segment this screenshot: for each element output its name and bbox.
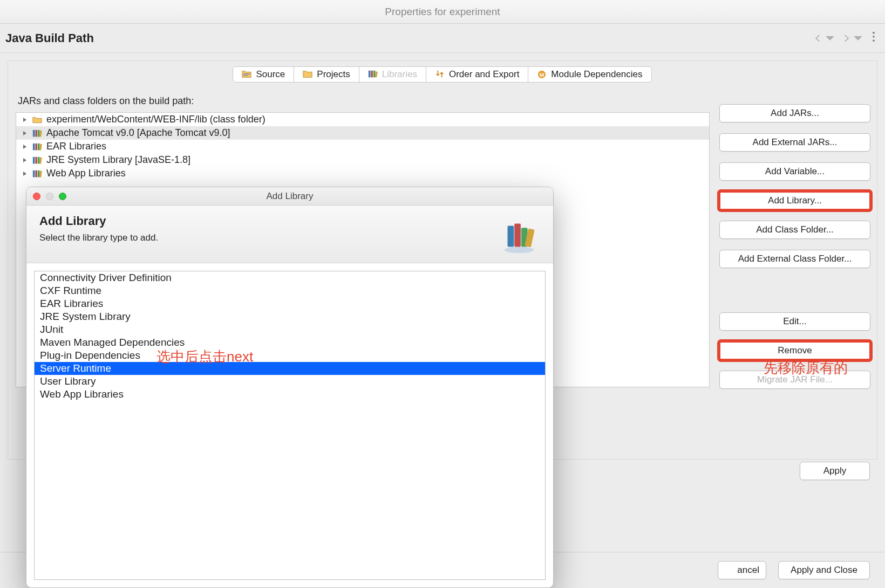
svg-point-2 xyxy=(873,40,875,42)
tab-source[interactable]: Source xyxy=(233,66,294,83)
edit-button[interactable]: Edit... xyxy=(719,312,870,331)
svg-rect-16 xyxy=(35,143,37,151)
side-buttons: Add JARs... Add External JARs... Add Var… xyxy=(719,104,870,389)
dialog-header: Add Library Select the library type to a… xyxy=(26,206,553,263)
svg-rect-28 xyxy=(508,225,514,247)
library-stack-icon xyxy=(32,142,42,151)
svg-point-27 xyxy=(505,247,534,253)
disclosure-triangle-icon[interactable] xyxy=(22,117,28,122)
tree-row-label: Web App Libraries xyxy=(46,168,126,179)
add-external-jars-button[interactable]: Add External JARs... xyxy=(719,133,870,152)
class-folder-icon xyxy=(32,115,42,124)
library-type-item[interactable]: CXF Runtime xyxy=(35,284,545,297)
dialog-subheading: Select the library type to add. xyxy=(39,233,158,243)
dialog-titlebar[interactable]: Add Library xyxy=(26,187,553,206)
add-jars-button[interactable]: Add JARs... xyxy=(719,104,870,122)
library-type-item[interactable]: JUnit xyxy=(35,323,545,336)
tab-projects[interactable]: Projects xyxy=(294,66,359,83)
module-deps-icon: M xyxy=(537,70,547,79)
libraries-icon xyxy=(368,70,378,79)
library-stack-icon xyxy=(32,129,42,138)
window-title: Properties for experiment xyxy=(0,0,885,24)
source-folder-icon xyxy=(242,70,251,79)
svg-rect-19 xyxy=(33,157,35,164)
svg-rect-23 xyxy=(33,170,35,177)
svg-point-1 xyxy=(873,36,875,38)
library-type-item[interactable]: Plug-in Dependencies xyxy=(35,349,545,362)
svg-text:M: M xyxy=(540,72,544,78)
tree-row[interactable]: JRE System Library [JavaSE-1.8] xyxy=(16,153,709,167)
svg-rect-20 xyxy=(35,157,37,164)
svg-point-0 xyxy=(873,32,875,34)
tab-libraries-label: Libraries xyxy=(382,69,417,80)
tree-row[interactable]: experiment/WebContent/WEB-INF/lib (class… xyxy=(16,113,709,126)
library-illustration-icon xyxy=(498,214,540,256)
add-library-button[interactable]: Add Library... xyxy=(719,192,870,210)
svg-rect-11 xyxy=(33,130,35,137)
apply-and-close-button[interactable]: Apply and Close xyxy=(778,561,870,579)
svg-rect-6 xyxy=(371,71,373,78)
svg-rect-4 xyxy=(243,75,248,76)
cancel-button[interactable]: ancel xyxy=(718,561,766,579)
tab-projects-label: Projects xyxy=(317,69,350,80)
tree-row-label: experiment/WebContent/WEB-INF/lib (class… xyxy=(46,114,266,125)
projects-folder-icon xyxy=(303,70,312,79)
dialog-heading: Add Library xyxy=(39,214,158,228)
apply-button[interactable]: Apply xyxy=(800,462,870,480)
nav-forward-icon[interactable] xyxy=(841,33,863,44)
library-type-item[interactable]: JRE System Library xyxy=(35,310,545,323)
close-icon[interactable] xyxy=(33,193,40,200)
order-export-icon xyxy=(435,70,445,79)
library-stack-icon xyxy=(32,169,42,178)
add-library-dialog: Add Library Add Library Select the libra… xyxy=(26,187,554,588)
tab-order-label: Order and Export xyxy=(449,69,519,80)
library-type-item[interactable]: Web App Libraries xyxy=(35,388,545,401)
tab-source-label: Source xyxy=(256,69,285,80)
tree-row-label: Apache Tomcat v9.0 [Apache Tomcat v9.0] xyxy=(46,127,230,139)
tab-order-export[interactable]: Order and Export xyxy=(426,66,528,83)
window-title-text: Properties for experiment xyxy=(385,6,500,18)
nav-back-icon[interactable] xyxy=(813,33,835,44)
svg-rect-24 xyxy=(35,170,37,177)
tree-row[interactable]: Apache Tomcat v9.0 [Apache Tomcat v9.0] xyxy=(16,126,709,140)
svg-rect-3 xyxy=(243,73,250,74)
add-class-folder-button[interactable]: Add Class Folder... xyxy=(719,221,870,239)
tab-module-label: Module Dependencies xyxy=(551,69,642,80)
disclosure-triangle-icon[interactable] xyxy=(22,171,28,176)
disclosure-triangle-icon[interactable] xyxy=(22,131,28,136)
svg-rect-15 xyxy=(33,143,35,151)
library-type-item[interactable]: EAR Libraries xyxy=(35,297,545,310)
tree-row-label: JRE System Library [JavaSE-1.8] xyxy=(46,154,190,166)
kebab-icon[interactable] xyxy=(869,31,879,45)
page-title: Java Build Path xyxy=(5,31,94,45)
svg-rect-29 xyxy=(514,224,521,247)
disclosure-triangle-icon[interactable] xyxy=(22,144,28,149)
tree-row[interactable]: Web App Libraries xyxy=(16,167,709,180)
svg-rect-5 xyxy=(369,71,371,78)
tabs-bar: Source Projects Libraries Order and Expo… xyxy=(8,61,877,83)
remove-button[interactable]: Remove xyxy=(719,341,870,360)
apply-row: Apply xyxy=(800,462,870,480)
library-type-item[interactable]: Connectivity Driver Definition xyxy=(35,271,545,284)
minimize-icon xyxy=(46,193,53,200)
zoom-icon[interactable] xyxy=(59,193,66,200)
svg-rect-12 xyxy=(35,130,37,137)
tree-row-label: EAR Libraries xyxy=(46,141,106,152)
annotation-remove-first: 先移除原有的 xyxy=(764,359,848,378)
page-header: Java Build Path xyxy=(0,24,885,53)
add-variable-button[interactable]: Add Variable... xyxy=(719,162,870,181)
add-external-class-folder-button[interactable]: Add External Class Folder... xyxy=(719,250,870,268)
disclosure-triangle-icon[interactable] xyxy=(22,158,28,163)
library-type-item[interactable]: Maven Managed Dependencies xyxy=(35,336,545,349)
library-type-item[interactable]: Server Runtime xyxy=(35,362,545,375)
library-type-item[interactable]: User Library xyxy=(35,375,545,388)
dialog-title: Add Library xyxy=(267,191,314,202)
tab-module-deps[interactable]: M Module Dependencies xyxy=(528,66,651,83)
library-type-list[interactable]: Connectivity Driver DefinitionCXF Runtim… xyxy=(34,271,546,580)
tree-row[interactable]: EAR Libraries xyxy=(16,140,709,153)
library-stack-icon xyxy=(32,156,42,165)
annotation-select-next: 选中后点击next xyxy=(156,347,253,366)
tab-libraries[interactable]: Libraries xyxy=(359,66,426,83)
